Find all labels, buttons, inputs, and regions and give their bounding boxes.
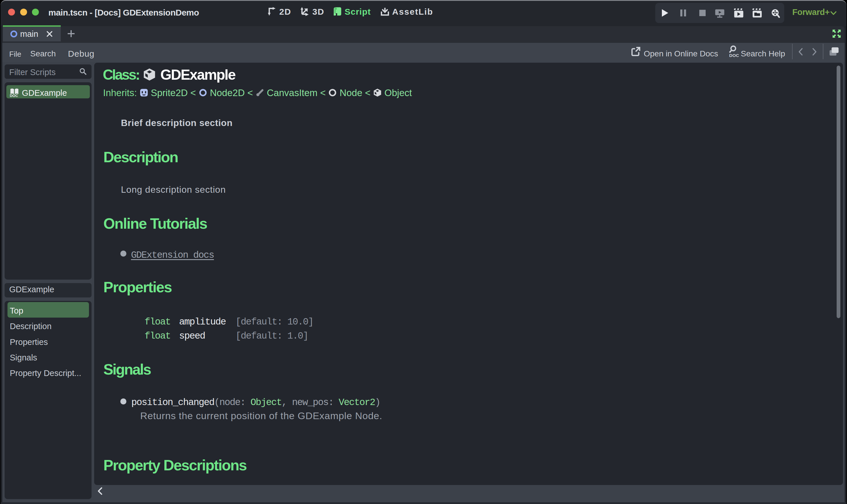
svg-text:DOC: DOC xyxy=(10,93,18,97)
svg-text:DOC: DOC xyxy=(729,53,739,58)
